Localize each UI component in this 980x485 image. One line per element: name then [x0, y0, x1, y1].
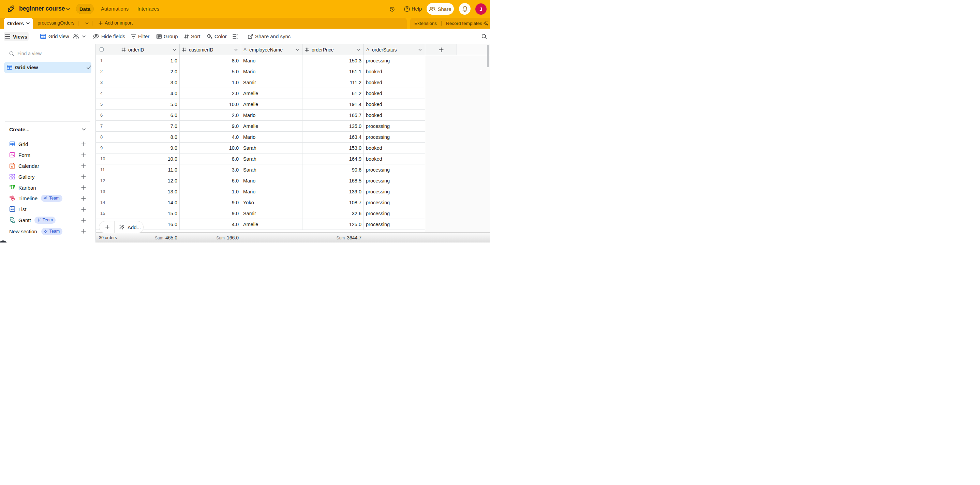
svg-text:31: 31: [11, 165, 14, 168]
